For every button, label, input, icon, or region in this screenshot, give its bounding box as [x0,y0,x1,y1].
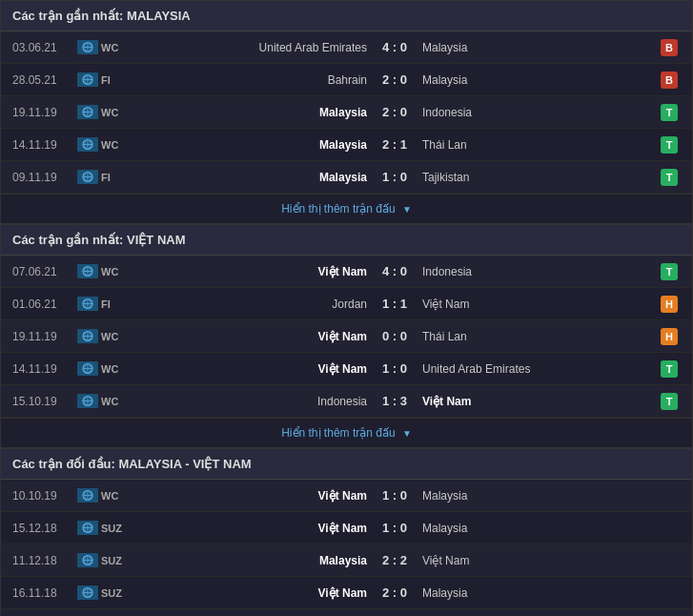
match-date: 15.10.19 [12,395,74,408]
home-team: Jordan [132,298,375,311]
table-row: 19.11.19 WC Việt Nam 0 : 0 Thái Lan H [1,320,692,353]
show-more-button[interactable]: Hiển thị thêm trận đấu ▼ [1,194,692,223]
away-team: Tajikistan [415,171,658,184]
home-team: Việt Nam [132,522,375,535]
badge-container: T [658,360,681,378]
away-team: Malaysia [415,73,658,87]
match-date: 01.06.21 [12,298,74,311]
result-badge: H [661,296,678,313]
match-score: 0 : 0 [375,329,415,343]
section-header: Các trận đối đầu: MALAYSIA - VIỆT NAM [1,449,692,480]
competition-flag [74,361,101,376]
match-score: 2 : 2 [375,553,415,567]
match-date: 28.05.21 [12,73,74,87]
match-date: 03.06.21 [12,41,74,54]
match-score: 1 : 0 [375,361,415,376]
table-row: 28.05.21 FI Bahrain 2 : 0 Malaysia B [1,64,692,96]
away-team: Malaysia [415,586,658,600]
competition-flag [74,105,101,119]
competition-flag [74,329,101,343]
section-header: Các trận gần nhất: MALAYSIA [1,1,692,31]
competition-flag [74,264,101,278]
badge-container: T [658,136,681,154]
result-badge: B [661,39,678,56]
home-team: Bahrain [132,73,375,87]
competition-code: WC [101,42,132,53]
table-row: 23.11.16 SUZ Malaysia 0 : 1 Việt Nam [1,609,692,616]
match-score: 1 : 0 [375,488,415,503]
competition-flag [74,488,101,503]
result-badge: T [661,393,678,410]
home-team: United Arab Emirates [132,41,375,54]
result-badge: B [661,72,678,89]
home-team: Việt Nam [132,265,375,278]
competition-code: WC [101,490,132,502]
match-date: 19.11.19 [12,330,74,343]
competition-code: WC [101,266,132,277]
away-team: Indonesia [415,106,658,119]
match-date: 09.11.19 [12,171,74,184]
table-row: 11.12.18 SUZ Malaysia 2 : 2 Việt Nam [1,544,692,577]
competition-code: FI [101,74,132,86]
competition-code: FI [101,172,132,183]
match-score: 4 : 0 [375,40,415,54]
section: Các trận gần nhất: MALAYSIA 03.06.21 WC … [0,0,693,224]
competition-flag [74,40,101,54]
home-team: Malaysia [132,106,375,119]
match-date: 11.12.18 [12,554,74,567]
away-team: Việt Nam [415,298,658,311]
home-team: Việt Nam [132,362,375,376]
table-row: 14.11.19 WC Việt Nam 1 : 0 United Arab E… [1,353,692,385]
competition-flag [74,72,101,87]
table-row: 03.06.21 WC United Arab Emirates 4 : 0 M… [1,31,692,64]
badge-container: T [658,104,681,121]
badge-container: B [658,39,681,56]
competition-code: WC [101,396,132,407]
table-row: 09.11.19 FI Malaysia 1 : 0 Tajikistan T [1,161,692,194]
competition-flag [74,137,101,152]
competition-code: WC [101,331,132,342]
competition-flag [74,297,101,311]
home-team: Malaysia [132,171,375,184]
show-more-button[interactable]: Hiển thị thêm trận đấu ▼ [1,418,692,447]
away-team: Malaysia [415,489,658,503]
competition-code: WC [101,107,132,118]
section: Các trận đối đầu: MALAYSIA - VIỆT NAM 10… [0,448,693,616]
result-badge: T [661,104,678,121]
table-row: 15.12.18 SUZ Việt Nam 1 : 0 Malaysia [1,512,692,544]
home-team: Indonesia [132,395,375,408]
badge-container: H [658,328,681,345]
table-row: 01.06.21 FI Jordan 1 : 1 Việt Nam H [1,288,692,320]
badge-container: T [658,169,681,186]
match-score: 2 : 1 [375,137,415,152]
badge-container: B [658,72,681,89]
home-team: Việt Nam [132,586,375,600]
result-badge: T [661,169,678,186]
badge-container: T [658,263,681,280]
competition-flag [74,170,101,184]
section-header: Các trận gần nhất: VIỆT NAM [1,225,692,256]
competition-flag [74,553,101,567]
section: Các trận gần nhất: VIỆT NAM 07.06.21 WC … [0,224,693,448]
table-row: 16.11.18 SUZ Việt Nam 2 : 0 Malaysia [1,577,692,609]
badge-container: T [658,393,681,410]
match-score: 2 : 0 [375,105,415,119]
away-team: Việt Nam [415,395,658,408]
home-team: Malaysia [132,554,375,567]
away-team: Thái Lan [415,138,658,152]
match-date: 10.10.19 [12,489,74,503]
match-date: 14.11.19 [12,362,74,376]
competition-code: WC [101,139,132,151]
match-score: 2 : 0 [375,72,415,87]
away-team: Indonesia [415,265,658,278]
table-row: 15.10.19 WC Indonesia 1 : 3 Việt Nam T [1,385,692,418]
away-team: Việt Nam [415,554,658,567]
competition-flag [74,585,101,600]
result-badge: T [661,136,678,154]
competition-code: WC [101,363,132,375]
match-date: 16.11.18 [12,586,74,600]
match-score: 1 : 0 [375,521,415,535]
competition-code: SUZ [101,587,132,599]
competition-code: FI [101,298,132,310]
result-badge: T [661,360,678,378]
